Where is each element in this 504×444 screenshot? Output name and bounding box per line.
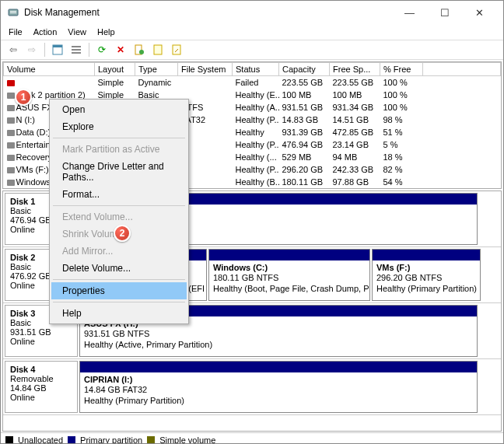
svg-rect-10 [154,45,162,54]
menu-help[interactable]: Help [97,27,115,37]
partition[interactable]: VMs (F:)296.20 GB NTFSHealthy (Primary P… [372,249,481,301]
menu-view[interactable]: View [68,27,86,37]
volume-row[interactable]: SimpleDynamicFailed223.55 GB223.55 GB100… [4,76,501,89]
ctx-extend: Extend Volume... [51,208,187,225]
props-icon[interactable] [131,42,147,58]
svg-rect-1 [10,11,16,12]
partition[interactable]: Windows (C:)180.11 GB NTFSHealthy (Boot,… [208,249,370,301]
back-icon[interactable]: ⇦ [5,42,21,58]
partition[interactable]: CIPRIAN (I:)14.84 GB FAT32Healthy (Prima… [79,361,478,413]
legend: Unallocated Primary partition Simple vol… [1,432,503,444]
forward-icon[interactable]: ⇨ [24,42,40,58]
svg-rect-4 [53,45,62,47]
svg-rect-11 [173,45,180,54]
volume-headers[interactable]: VolumeLayoutTypeFile SystemStatusCapacit… [4,63,501,76]
ctx-explore[interactable]: Explore [51,118,187,135]
svg-rect-7 [72,52,81,54]
ctx-delete[interactable]: Delete Volume... [51,260,187,277]
ctx-properties[interactable]: Properties [51,282,187,299]
action-icon[interactable] [169,42,184,58]
disk-row: Disk 4Removable14.84 GBOnlineCIPRIAN (I:… [3,359,501,415]
callout-badge-2: 2 [114,225,131,242]
svg-rect-2 [10,12,16,13]
app-icon [7,6,19,19]
window-title: Disk Management [24,7,392,18]
close-button[interactable]: ✕ [462,2,497,23]
view-icon[interactable] [50,42,65,58]
menu-action[interactable]: Action [33,27,58,37]
callout-badge-1: 1 [15,89,32,106]
refresh-icon[interactable]: ⟳ [94,42,110,58]
menubar: File Action View Help [1,24,503,40]
menu-file[interactable]: File [9,27,23,37]
ctx-change[interactable]: Change Drive Letter and Paths... [51,158,187,186]
ctx-help[interactable]: Help [51,305,187,322]
svg-point-9 [139,50,144,54]
maximize-button[interactable]: ☐ [427,2,462,23]
delete-icon[interactable]: ✕ [113,42,128,58]
list-icon[interactable] [68,42,84,58]
toolbar: ⇦ ⇨ ⟳ ✕ [1,40,503,60]
svg-rect-5 [72,46,81,47]
minimize-button[interactable]: — [392,2,427,23]
ctx-format[interactable]: Format... [51,186,187,203]
ctx-open[interactable]: Open [51,101,187,118]
titlebar: Disk Management — ☐ ✕ [1,1,503,24]
svg-rect-6 [72,49,81,51]
ctx-mirror: Add Mirror... [51,243,187,260]
ctx-mark: Mark Partition as Active [51,141,187,158]
help-icon[interactable] [150,42,166,58]
context-menu: Open Explore Mark Partition as Active Ch… [49,99,189,324]
